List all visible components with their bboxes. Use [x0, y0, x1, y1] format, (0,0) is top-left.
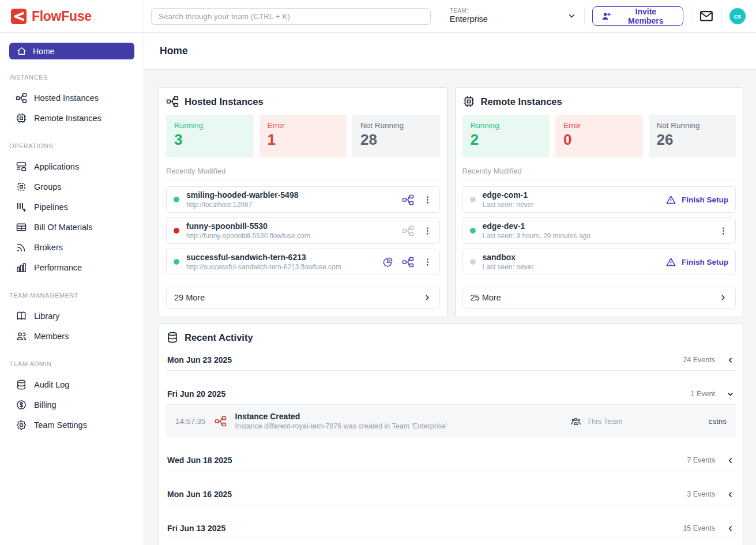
members-icon: [16, 330, 27, 342]
activity-group: Mon Jun 16 2025 3 Events: [166, 487, 736, 505]
flowfuse-logo-icon: [11, 9, 27, 24]
finish-setup-button[interactable]: Finish Setup: [665, 194, 728, 205]
device-row[interactable]: edge-dev-1 Last seen: 3 hours, 29 minute…: [462, 217, 736, 244]
sidebar-item-library[interactable]: Library: [0, 306, 144, 326]
sidebar-item-label: Applications: [34, 162, 79, 171]
sidebar-item-label: Team Settings: [34, 420, 87, 430]
status-dot-running: [470, 228, 476, 234]
chevron-left-icon[interactable]: [726, 456, 735, 465]
dashboard: Hosted Instances Running 3 Error 1 Not R…: [144, 70, 756, 545]
device-name: sandbox: [483, 253, 534, 262]
invite-members-button[interactable]: Invite Members: [592, 6, 683, 26]
brand[interactable]: FlowFuse: [0, 0, 144, 32]
activity-date-header[interactable]: Mon Jun 23 2025 24 Events: [166, 353, 736, 371]
sidebar-item-label: Performance: [34, 263, 82, 272]
not-running-stat-tile: Not Running 28: [352, 115, 440, 157]
stat-label: Running: [471, 121, 542, 130]
chevron-down-icon[interactable]: [726, 390, 735, 399]
activity-event-row: 14:57:35 Instance Created Instance diffe…: [166, 405, 736, 437]
groups-icon: [16, 181, 27, 193]
sidebar-item-performance[interactable]: Performance: [0, 257, 144, 277]
gear-icon: [16, 419, 27, 431]
sidebar-item-label: Bill Of Materials: [34, 223, 93, 232]
invite-members-label: Invite Members: [616, 7, 675, 25]
kebab-menu-icon[interactable]: [423, 195, 432, 205]
activity-date: Fri Jun 20 2025: [167, 389, 225, 399]
hosted-more-link[interactable]: 29 More: [166, 287, 440, 309]
sidebar-item-bill-of-materials[interactable]: Bill Of Materials: [0, 217, 144, 237]
device-name: edge-com-1: [483, 190, 534, 200]
running-stat-tile: Running 3: [166, 115, 254, 157]
stat-value: 28: [360, 131, 432, 149]
sidebar-item-team-settings[interactable]: Team Settings: [0, 415, 144, 435]
activity-date-header[interactable]: Fri Jun 20 2025 1 Event: [166, 387, 736, 405]
error-stat-tile: Error 0: [555, 115, 643, 157]
user-avatar[interactable]: cs: [729, 8, 746, 24]
sidebar-item-home[interactable]: Home: [9, 43, 134, 59]
activity-date: Fri Jun 13 2025: [167, 524, 225, 533]
page-header: Home: [144, 33, 756, 70]
device-row[interactable]: edge-com-1 Last seen: never Finish Setup: [462, 186, 736, 213]
search-input[interactable]: [151, 8, 431, 25]
recent-activity-card: Recent Activity Mon Jun 23 2025 24 Event…: [159, 323, 743, 545]
top-bar: FlowFuse TEAM: Enterprise Invite Members…: [0, 0, 756, 33]
sidebar-item-label: Members: [34, 332, 69, 341]
chevron-down-icon[interactable]: [567, 11, 577, 21]
card-title: Remote Instances: [481, 96, 562, 107]
sidebar-item-applications[interactable]: Applications: [0, 156, 144, 176]
sidebar-item-groups[interactable]: Groups: [0, 176, 144, 197]
sidebar-section-team-management: TEAM MANAGEMENT: [9, 292, 134, 299]
chevron-left-icon[interactable]: [726, 524, 735, 533]
device-last-seen: Last seen: never: [483, 201, 534, 209]
remote-instances-card: Remote Instances Running 2 Error 0 Not R…: [455, 87, 744, 317]
activity-date-header[interactable]: Fri Jun 13 2025 15 Events: [166, 521, 736, 539]
sidebar-item-label: Home: [33, 47, 54, 56]
sidebar-item-hosted-instances[interactable]: Hosted Instances: [0, 88, 144, 108]
brokers-icon: [16, 242, 27, 253]
device-row[interactable]: sandbox Last seen: never Finish Setup: [462, 249, 736, 275]
team-selector[interactable]: TEAM: Enterprise: [450, 7, 577, 24]
events-count: 3 Events: [687, 490, 715, 498]
applications-icon: [16, 161, 27, 172]
home-icon: [17, 46, 27, 56]
kebab-menu-icon[interactable]: [719, 226, 728, 236]
sidebar-item-members[interactable]: Members: [0, 326, 144, 346]
sidebar: Home INSTANCES Hosted Instances Remote I…: [0, 33, 144, 545]
finish-setup-button[interactable]: Finish Setup: [665, 257, 728, 268]
finish-setup-label: Finish Setup: [682, 196, 728, 204]
open-editor-icon[interactable]: [402, 194, 414, 206]
sidebar-item-audit-log[interactable]: Audit Log: [0, 374, 144, 394]
dashboard-pie-icon[interactable]: [382, 257, 393, 268]
sidebar-item-label: Hosted Instances: [34, 93, 99, 103]
open-editor-icon[interactable]: [402, 256, 414, 268]
activity-group: Wed Jun 18 2025 7 Events: [166, 453, 736, 471]
not-running-stat-tile: Not Running 26: [649, 115, 736, 157]
instance-row[interactable]: successful-sandwich-tern-6213 http://suc…: [166, 249, 440, 275]
activity-date-header[interactable]: Wed Jun 18 2025 7 Events: [166, 453, 736, 471]
main-content: Home Hosted Instances Running 3: [144, 33, 756, 545]
status-dot-offline: [470, 259, 476, 265]
chevron-left-icon[interactable]: [726, 490, 735, 499]
team-label: TEAM:: [450, 7, 488, 14]
remote-more-link[interactable]: 25 More: [462, 287, 736, 309]
kebab-menu-icon[interactable]: [423, 257, 432, 267]
sidebar-item-pipelines[interactable]: Pipelines: [0, 197, 144, 217]
instance-row[interactable]: funny-spoonbill-5530 http://funny-spoonb…: [166, 217, 440, 244]
instance-row[interactable]: smiling-hooded-warbler-5498 http://local…: [166, 186, 440, 213]
activity-date: Wed Jun 18 2025: [167, 456, 232, 465]
sidebar-item-remote-instances[interactable]: Remote Instances: [0, 108, 144, 128]
activity-group-expanded: Fri Jun 20 2025 1 Event 14:57:35 Instanc…: [166, 387, 736, 437]
hosted-instances-card: Hosted Instances Running 3 Error 1 Not R…: [159, 87, 447, 317]
audit-log-icon: [16, 379, 27, 390]
sidebar-item-billing[interactable]: Billing: [0, 394, 144, 415]
instance-name: funny-spoonbill-5530: [186, 221, 310, 231]
status-dot-running: [174, 197, 179, 202]
activity-date-header[interactable]: Mon Jun 16 2025 3 Events: [166, 487, 736, 505]
sidebar-section-operations: OPERATIONS: [9, 142, 134, 149]
sidebar-item-brokers[interactable]: Brokers: [0, 237, 144, 257]
recently-modified-label: Recently Modified: [462, 167, 736, 181]
chevron-left-icon[interactable]: [726, 356, 735, 364]
kebab-menu-icon[interactable]: [423, 226, 432, 236]
warning-icon: [665, 257, 676, 268]
mail-icon[interactable]: [699, 9, 714, 24]
